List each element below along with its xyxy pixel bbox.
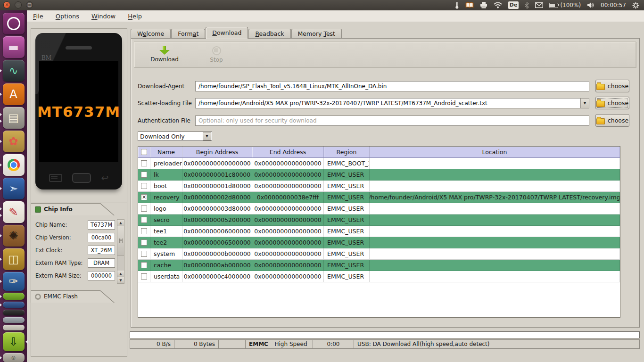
download-mode-select[interactable]: Download Only ▼ (138, 132, 212, 141)
cell-location (370, 237, 620, 248)
tab-readback[interactable]: Readback (248, 29, 290, 39)
download-agent-input[interactable] (195, 81, 589, 91)
menu-file[interactable]: File (33, 13, 43, 20)
scrollbar-thumb[interactable] (117, 226, 124, 256)
spider-app-icon[interactable]: ✺ (3, 225, 25, 247)
logo-checkbox[interactable] (141, 206, 147, 212)
system-checkbox[interactable] (141, 251, 147, 257)
system-monitor-icon[interactable]: ∿ (3, 60, 25, 82)
document-viewer-icon[interactable]: ✎ (3, 201, 25, 223)
header-name[interactable]: Name (150, 147, 182, 157)
sp-flash-tool-icon[interactable]: ⇩ (3, 332, 25, 351)
table-row-recovery[interactable]: ✕recovery0x0000000002d800000x00000000038… (138, 192, 620, 203)
phone-image: BM MT6737M ↩ (35, 33, 122, 189)
header-region[interactable]: Region (324, 147, 370, 157)
archive-roller-icon[interactable]: ◎ (3, 353, 25, 362)
tee1-checkbox[interactable] (141, 228, 147, 234)
chip-info-header[interactable]: Chip Info (31, 203, 114, 215)
stacked-app-terminal-icon[interactable] (3, 310, 25, 315)
clock[interactable]: 00:00:57 (601, 2, 626, 8)
scroll-down-icon[interactable]: ▼ (117, 277, 124, 284)
thermometer-icon[interactable] (454, 1, 459, 9)
header-select-all[interactable] (138, 147, 150, 157)
header-begin-address[interactable]: Begin Address (182, 147, 252, 157)
chromium-icon[interactable] (3, 154, 25, 176)
minimize-window-button[interactable]: − (15, 1, 22, 8)
wifi-icon[interactable] (494, 2, 502, 8)
phone-menu-button-icon (49, 174, 62, 182)
recovery-checkbox[interactable]: ✕ (141, 194, 147, 200)
printer-icon[interactable] (480, 2, 487, 8)
secro-checkbox[interactable] (141, 217, 147, 223)
stop-button[interactable]: Stop (199, 46, 233, 63)
download-agent-choose-button[interactable]: choose (595, 80, 629, 92)
download-button[interactable]: Download (148, 46, 182, 63)
table-row-tee1[interactable]: tee10x00000000060000000x0000000000000000… (138, 226, 620, 237)
table-row-cache[interactable]: cache0x00000000ab0000000x000000000000000… (138, 260, 620, 271)
stacked-app-notes-icon[interactable] (3, 325, 25, 330)
preloader-checkbox[interactable] (141, 160, 147, 166)
font-viewer-icon[interactable]: A (3, 83, 25, 105)
tab-download[interactable]: Download (206, 27, 248, 39)
stacked-app-calculator-icon[interactable] (3, 293, 25, 300)
auth-choose-button[interactable]: choose (595, 114, 629, 127)
table-row-preloader[interactable]: preloader0x00000000000000000x00000000000… (138, 158, 620, 169)
scatter-dropdown-icon[interactable]: ▼ (580, 99, 589, 108)
header-location[interactable]: Location (370, 147, 620, 157)
menu-options[interactable]: Options (56, 13, 79, 20)
phone-preview-panel: BM MT6737M ↩ (31, 29, 127, 203)
stacked-app-blue-icon[interactable] (3, 302, 25, 308)
table-row-userdata[interactable]: userdata0x00000000c40000000x000000000000… (138, 271, 620, 282)
table-row-logo[interactable]: logo0x0000000003d800000x0000000000000000… (138, 203, 620, 214)
keyboard-layout-indicator[interactable]: De (508, 1, 519, 8)
table-row-tee2[interactable]: tee20x00000000065000000x0000000000000000… (138, 237, 620, 248)
thunderbird-icon[interactable]: ➣ (3, 178, 25, 199)
address-book-icon[interactable] (465, 2, 474, 8)
cache-checkbox[interactable] (141, 262, 147, 268)
tab-format[interactable]: Format (171, 29, 205, 39)
status-storage-type: EMMC (246, 340, 269, 348)
bluetooth-icon[interactable] (525, 2, 529, 9)
scatter-choose-button[interactable]: choose (595, 97, 629, 109)
table-row-secro[interactable]: secro0x00000000052000000x000000000000000… (138, 214, 620, 226)
partition-table: NameBegin AddressEnd AddressRegionLocati… (138, 146, 620, 318)
phone-nav-buttons: ↩ (35, 173, 122, 183)
drawing-tool-icon[interactable]: ✑ (3, 272, 25, 291)
close-window-button[interactable]: ✕ (3, 1, 10, 8)
menu-help[interactable]: Help (128, 13, 142, 20)
stacked-app-keypad-icon[interactable] (3, 317, 25, 323)
tee2-checkbox[interactable] (141, 239, 147, 246)
photos-icon[interactable]: ✿ (3, 131, 25, 152)
cell-name: tee2 (150, 237, 182, 248)
tab-memory-test[interactable]: Memory Test (291, 29, 342, 39)
scatter-file-input[interactable] (195, 98, 589, 108)
lk-checkbox[interactable] (141, 172, 147, 178)
scroll-up2-icon[interactable]: ▲ (117, 271, 124, 277)
download-mode-value: Download Only (138, 133, 203, 140)
ubuntu-dash-icon[interactable] (3, 13, 25, 34)
table-row-boot[interactable]: boot0x0000000001d800000x0000000000000000… (138, 181, 620, 192)
userdata-checkbox[interactable] (141, 273, 147, 280)
menu-window[interactable]: Window (91, 13, 116, 20)
archive-drawer-icon[interactable]: ▤ (3, 107, 25, 129)
mail-icon[interactable] (535, 2, 543, 8)
dictionary-icon[interactable]: ◫ (3, 248, 25, 270)
volume-icon[interactable] (587, 2, 594, 8)
running-pip-icon (0, 280, 2, 283)
emmc-flash-header[interactable]: EMMC Flash (31, 290, 114, 303)
row-checkbox-cell (138, 169, 150, 180)
running-pip-icon (0, 303, 2, 307)
chip-info-scrollbar[interactable]: ▲ ▲ ▼ (117, 219, 124, 284)
header-end-address[interactable]: End Address (252, 147, 324, 157)
scroll-up-icon[interactable]: ▲ (117, 220, 124, 226)
battery-indicator[interactable]: (100%) (549, 2, 581, 8)
session-gear-icon[interactable] (632, 2, 639, 9)
table-row-system[interactable]: system0x000000000b0000000x00000000000000… (138, 248, 620, 260)
auth-file-input[interactable] (195, 115, 589, 126)
maximize-window-button[interactable]: □ (26, 1, 33, 8)
file-manager-icon[interactable]: ▬ (3, 36, 25, 58)
table-row-lk[interactable]: lk0x0000000001c800000x0000000000000000EM… (138, 169, 620, 181)
tab-welcome[interactable]: Welcome (131, 29, 171, 39)
boot-checkbox[interactable] (141, 183, 147, 189)
select-all-checkbox[interactable] (141, 149, 147, 155)
